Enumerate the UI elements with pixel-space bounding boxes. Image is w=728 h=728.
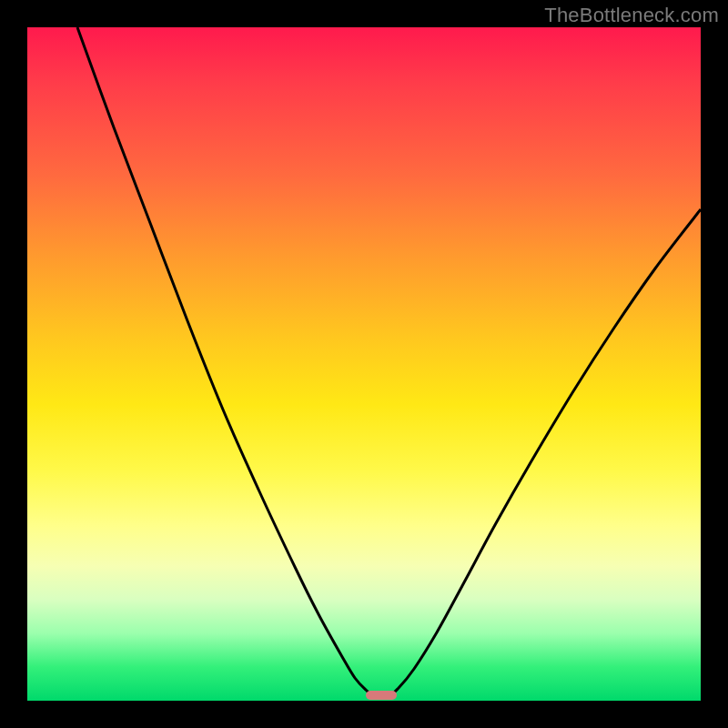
minimum-marker [366,691,397,700]
outer-frame: TheBottleneck.com [0,0,728,728]
bottleneck-curve [77,27,701,695]
watermark-text: TheBottleneck.com [544,4,719,27]
plot-area [27,27,701,701]
curve-svg [27,27,701,701]
